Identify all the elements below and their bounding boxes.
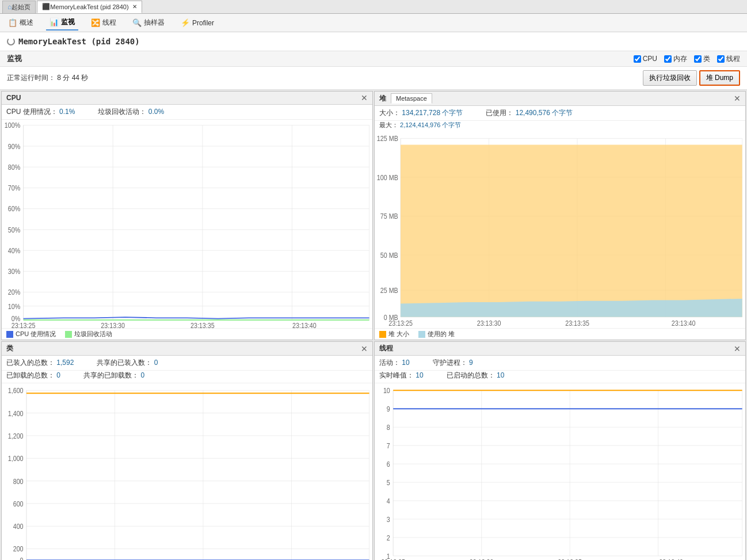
svg-text:30%: 30% <box>8 268 20 276</box>
nav-threads-label: 线程 <box>102 18 116 28</box>
heap-panel-close[interactable]: ✕ <box>734 94 741 103</box>
svg-text:60%: 60% <box>8 205 20 213</box>
svg-text:23:13:35: 23:13:35 <box>565 319 589 327</box>
classes-loaded-stat: 已装入的总数： 1,592 <box>6 358 74 368</box>
threads-panel: 线程 ✕ 活动： 10 守护进程： 9 实时峰值： 10 已启动的总数： 10 <box>374 341 746 560</box>
svg-text:23:13:30: 23:13:30 <box>477 319 501 327</box>
cpu-panel: CPU ✕ CPU 使用情况： 0.1% 垃圾回收活动： 0.0% 100% 9… <box>1 91 373 340</box>
cpu-chart-svg: 100% 90% 80% 70% 60% 50% 40% 30% 20% 10%… <box>2 120 372 328</box>
gc-legend-box <box>65 331 72 338</box>
tab-monitor[interactable]: ⬛ MemoryLeakTest (pid 2840) ✕ <box>37 1 142 13</box>
thread-checkbox[interactable] <box>717 55 725 63</box>
gc-button[interactable]: 执行垃圾回收 <box>643 70 697 86</box>
gc-legend-item: 垃圾回收活动 <box>65 330 112 338</box>
threads-chart: 10 9 8 7 6 5 4 3 2 1 <box>375 383 745 560</box>
heap-size-stat: 大小： 134,217,728 个字节 <box>379 108 463 118</box>
threads-chart-svg: 10 9 8 7 6 5 4 3 2 1 <box>375 383 745 560</box>
heap-dump-button[interactable]: 堆 Dump <box>699 70 740 86</box>
svg-text:100 MB: 100 MB <box>377 174 398 181</box>
svg-text:9: 9 <box>387 406 390 413</box>
heap-panel-title-area: 堆 Metaspace <box>379 93 432 104</box>
nav-overview[interactable]: 📋 概述 <box>5 16 37 30</box>
svg-text:1,400: 1,400 <box>8 410 24 417</box>
heap-tabs: Metaspace <box>391 93 432 104</box>
svg-text:90%: 90% <box>8 143 20 150</box>
classes-chart: 1,600 1,400 1,200 1,000 800 600 400 200 … <box>2 383 372 560</box>
home-icon: ⌂ <box>7 3 12 11</box>
svg-text:75 MB: 75 MB <box>380 213 398 220</box>
classes-panel-title: 类 <box>6 344 13 353</box>
svg-text:40%: 40% <box>8 247 20 254</box>
uptime-value: 8 分 44 秒 <box>57 74 88 82</box>
tab-bar: ⌂ 起始页 ⬛ MemoryLeakTest (pid 2840) ✕ <box>0 0 747 14</box>
threads-panel-close[interactable]: ✕ <box>734 344 741 353</box>
threads-panel-title: 线程 <box>379 344 393 353</box>
nav-monitor[interactable]: 📊 监视 <box>46 15 78 31</box>
uptime-bar: 正常运行时间： 8 分 44 秒 执行垃圾回收 堆 Dump <box>0 67 747 90</box>
svg-text:23:13:40: 23:13:40 <box>292 322 317 329</box>
svg-text:400: 400 <box>13 523 24 531</box>
cpu-panel-title: CPU <box>6 94 21 102</box>
svg-text:125 MB: 125 MB <box>377 135 398 143</box>
svg-text:100%: 100% <box>5 122 20 129</box>
checkbox-memory[interactable]: 内存 <box>664 54 687 64</box>
class-checkbox[interactable] <box>694 55 702 63</box>
svg-text:0%: 0% <box>12 315 20 323</box>
classes-panel-stats2: 已卸载的总数： 0 共享的已卸载数： 0 <box>2 371 372 383</box>
monitor-icon: ⬛ <box>42 3 50 10</box>
heap-panel: 堆 Metaspace ✕ 大小： 134,217,728 个字节 已使用： 1… <box>374 91 746 340</box>
cpu-panel-close[interactable]: ✕ <box>361 93 368 102</box>
svg-text:7: 7 <box>387 443 390 450</box>
heap-chart-legend: 堆 大小 使用的 堆 <box>375 328 745 340</box>
profiler-icon: ⚡ <box>181 18 190 27</box>
nav-sampler[interactable]: 🔍 抽样器 <box>129 16 168 30</box>
classes-panel: 类 ✕ 已装入的总数： 1,592 共享的已装入数： 0 已卸载的总数： 0 共… <box>1 341 373 560</box>
svg-text:50 MB: 50 MB <box>380 252 398 259</box>
tab-monitor-label: MemoryLeakTest (pid 2840) <box>50 3 128 10</box>
loading-icon <box>7 37 15 45</box>
svg-text:23:13:35: 23:13:35 <box>190 322 215 329</box>
svg-text:8: 8 <box>387 424 390 432</box>
cpu-legend-box <box>6 331 13 338</box>
classes-chart-svg: 1,600 1,400 1,200 1,000 800 600 400 200 … <box>2 383 372 560</box>
nav-profiler[interactable]: ⚡ Profiler <box>177 16 218 29</box>
nav-overview-label: 概述 <box>20 18 33 28</box>
page-title: MemoryLeakTest (pid 2840) <box>18 37 140 46</box>
sampler-icon: 🔍 <box>132 18 142 27</box>
svg-text:5: 5 <box>387 479 390 487</box>
checkbox-class[interactable]: 类 <box>694 54 710 64</box>
cpu-gc-stat: 垃圾回收活动： 0.0% <box>98 107 164 117</box>
nav-bar: 📋 概述 📊 监视 🔀 线程 🔍 抽样器 ⚡ Profiler <box>0 14 747 32</box>
svg-text:70%: 70% <box>8 185 20 192</box>
svg-text:3: 3 <box>387 516 390 524</box>
checkbox-cpu[interactable]: CPU <box>634 55 657 63</box>
monitor-nav-icon: 📊 <box>49 18 59 26</box>
threads-peak-stat: 实时峰值： 10 <box>379 371 424 380</box>
threads-daemon-stat: 守护进程： 9 <box>433 358 473 368</box>
cpu-chart: 100% 90% 80% 70% 60% 50% 40% 30% 20% 10%… <box>2 120 372 328</box>
cpu-checkbox[interactable] <box>634 55 641 63</box>
tab-home[interactable]: ⌂ 起始页 <box>2 1 36 13</box>
tab-close-button[interactable]: ✕ <box>132 3 137 10</box>
class-checkbox-label: 类 <box>703 54 710 64</box>
classes-panel-close[interactable]: ✕ <box>361 344 368 353</box>
main-content: CPU ✕ CPU 使用情况： 0.1% 垃圾回收活动： 0.0% 100% 9… <box>0 90 747 560</box>
svg-text:2: 2 <box>387 535 390 542</box>
nav-threads[interactable]: 🔀 线程 <box>87 16 120 30</box>
heap-tab-metaspace[interactable]: Metaspace <box>391 93 432 104</box>
svg-text:23:13:25: 23:13:25 <box>388 319 413 327</box>
cpu-usage-stat: CPU 使用情况： 0.1% <box>6 107 75 117</box>
classes-panel-stats: 已装入的总数： 1,592 共享的已装入数： 0 <box>2 356 372 371</box>
uptime-display: 正常运行时间： 8 分 44 秒 <box>7 73 88 83</box>
heap-panel-header: 堆 Metaspace ✕ <box>375 92 745 106</box>
svg-text:23:13:40: 23:13:40 <box>672 319 696 327</box>
svg-text:23:13:25: 23:13:25 <box>12 322 36 329</box>
checkbox-thread[interactable]: 线程 <box>717 54 740 64</box>
classes-panel-header: 类 ✕ <box>2 342 372 356</box>
svg-text:200: 200 <box>13 546 24 553</box>
threads-panel-stats2: 实时峰值： 10 已启动的总数： 10 <box>375 371 745 383</box>
memory-checkbox[interactable] <box>664 55 672 63</box>
cpu-legend-label: CPU 使用情况 <box>16 330 56 338</box>
heap-size-legend-item: 堆 大小 <box>379 330 409 338</box>
svg-text:80%: 80% <box>8 163 20 171</box>
